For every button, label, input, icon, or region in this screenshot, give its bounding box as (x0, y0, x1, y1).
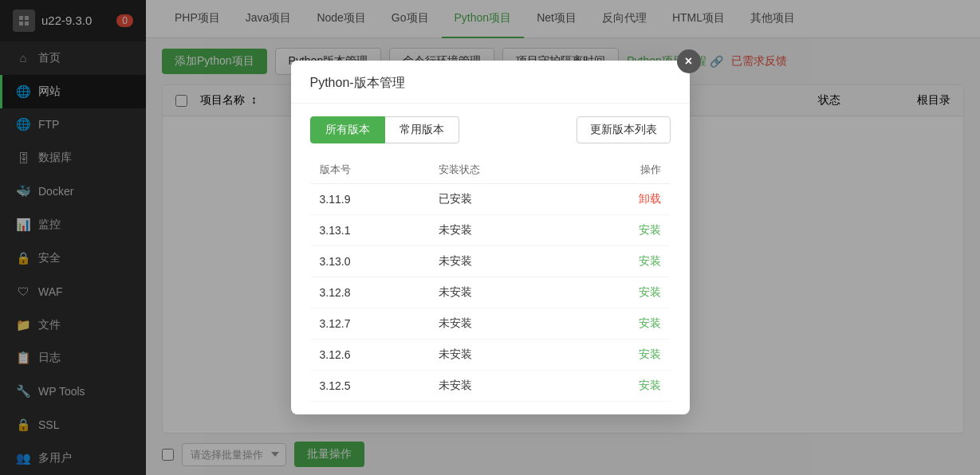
install-status: 未安装 (429, 246, 573, 277)
action-col-header: 操作 (572, 156, 670, 184)
action-cell: 安装 (572, 340, 670, 371)
install-status: 未安装 (429, 340, 573, 371)
tab-common-versions[interactable]: 常用版本 (385, 116, 459, 143)
action-cell: 卸载 (572, 184, 670, 215)
action-button[interactable]: 安装 (639, 254, 661, 267)
action-cell: 安装 (572, 371, 670, 402)
table-row: 3.12.7 未安装 安装 (310, 308, 671, 340)
version-number: 3.12.8 (310, 277, 429, 308)
modal-close-button[interactable]: × (677, 49, 701, 73)
action-button[interactable]: 卸载 (639, 192, 661, 205)
version-number: 3.13.0 (310, 246, 429, 277)
modal-title: Python-版本管理 (291, 61, 690, 104)
tab-all-versions[interactable]: 所有版本 (310, 116, 385, 143)
action-button[interactable]: 安装 (639, 379, 661, 391)
action-cell: 安装 (572, 246, 670, 277)
action-cell: 安装 (572, 308, 670, 340)
action-cell: 安装 (572, 277, 670, 308)
refresh-versions-button[interactable]: 更新版本列表 (577, 116, 671, 143)
install-status: 未安装 (429, 371, 573, 402)
action-button[interactable]: 安装 (639, 223, 661, 236)
modal-tabs: 所有版本 常用版本 更新版本列表 (310, 116, 671, 143)
install-status: 已安装 (429, 184, 573, 215)
version-table: 版本号 安装状态 操作 3.11.9 已安装 卸载 3.13.1 未安装 安装 … (310, 156, 671, 402)
version-number: 3.11.9 (310, 184, 429, 215)
table-row: 3.13.0 未安装 安装 (310, 246, 671, 277)
install-status: 未安装 (429, 215, 573, 246)
status-col-header: 安装状态 (429, 156, 573, 184)
version-number: 3.12.6 (310, 340, 429, 371)
install-status: 未安装 (429, 277, 573, 308)
table-row: 3.12.6 未安装 安装 (310, 340, 671, 371)
version-number: 3.12.7 (310, 308, 429, 340)
modal-overlay[interactable]: × Python-版本管理 所有版本 常用版本 更新版本列表 版本号 安装状态 … (0, 0, 980, 475)
version-management-modal: × Python-版本管理 所有版本 常用版本 更新版本列表 版本号 安装状态 … (291, 61, 690, 414)
version-col-header: 版本号 (310, 156, 429, 184)
table-row: 3.12.5 未安装 安装 (310, 371, 671, 402)
table-row: 3.11.9 已安装 卸载 (310, 184, 671, 215)
table-row: 3.12.8 未安装 安装 (310, 277, 671, 308)
action-cell: 安装 (572, 215, 670, 246)
table-row: 3.13.1 未安装 安装 (310, 215, 671, 246)
action-button[interactable]: 安装 (639, 347, 661, 360)
action-button[interactable]: 安装 (639, 285, 661, 298)
version-number: 3.12.5 (310, 371, 429, 402)
action-button[interactable]: 安装 (639, 316, 661, 329)
version-number: 3.13.1 (310, 215, 429, 246)
modal-body: 所有版本 常用版本 更新版本列表 版本号 安装状态 操作 3.11.9 已安装 … (291, 104, 690, 414)
install-status: 未安装 (429, 308, 573, 340)
